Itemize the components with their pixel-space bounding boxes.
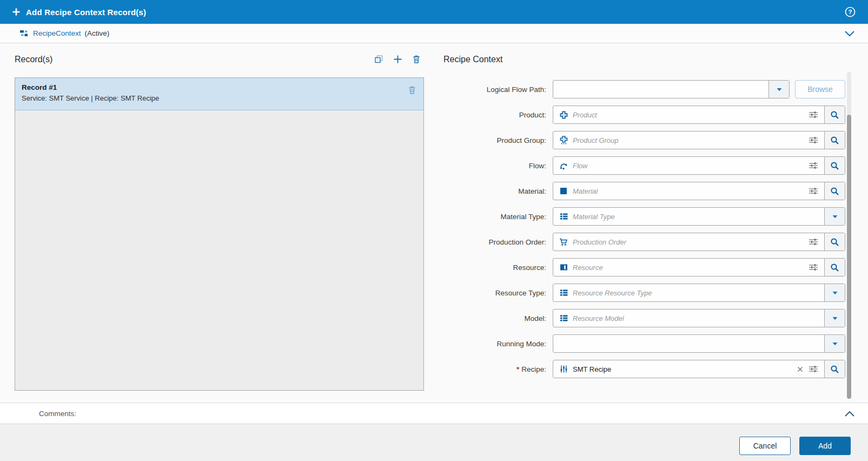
form-row-product: Product:	[443, 106, 845, 124]
flow-search-button[interactable]	[824, 157, 845, 174]
entity-icon	[19, 29, 29, 37]
search-icon	[830, 365, 839, 374]
flow-input[interactable]	[573, 162, 804, 170]
field-label: Product Group:	[443, 136, 546, 144]
dialog-header: Add Recipe Context Record(s) ?	[0, 0, 868, 24]
resource-type-dropdown-button[interactable]	[824, 284, 845, 301]
recipe-search-button[interactable]	[824, 360, 845, 378]
entity-name[interactable]: RecipeContext	[33, 29, 81, 37]
dialog-footer: Cancel Add	[0, 425, 868, 461]
form-row-model: Model:	[443, 309, 845, 327]
filter-icon[interactable]	[809, 161, 818, 170]
copy-record-button[interactable]	[373, 54, 384, 64]
product-search-button[interactable]	[824, 106, 845, 123]
record-list: Record #1 Service: SMT Service | Recipe:…	[15, 77, 424, 391]
form-row-product-group: Product Group:	[443, 131, 845, 149]
product-icon	[559, 110, 568, 119]
entity-bar: RecipeContext (Active)	[0, 24, 868, 43]
search-icon	[830, 136, 839, 145]
dropdown-arrow-icon	[832, 317, 838, 320]
resource-search-button[interactable]	[824, 259, 845, 276]
field-label: Flow:	[443, 162, 546, 170]
records-panel-title: Record(s)	[15, 55, 52, 64]
material-type-field	[553, 207, 845, 226]
comments-label: Comments:	[39, 410, 76, 418]
field-label: Product:	[443, 111, 546, 119]
model-dropdown-button[interactable]	[824, 309, 845, 327]
help-icon[interactable]: ?	[844, 6, 856, 18]
field-label: Model:	[443, 314, 546, 322]
field-label: Resource Type:	[443, 289, 546, 297]
recipe-context-form: Logical Flow Path: Browse Product:	[443, 80, 845, 385]
material-type-input[interactable]	[573, 213, 818, 221]
production-order-input[interactable]	[573, 238, 804, 246]
search-icon	[830, 161, 839, 170]
product-group-input[interactable]	[573, 136, 804, 144]
logical-flow-path-input[interactable]	[559, 85, 763, 94]
flow-field	[553, 156, 845, 175]
field-label: Production Order:	[443, 238, 546, 246]
trash-icon	[408, 85, 416, 95]
record-title: Record #1	[22, 83, 417, 91]
copy-icon	[374, 55, 383, 64]
dropdown-arrow-icon	[832, 215, 838, 219]
records-actions	[373, 54, 422, 64]
trash-icon	[412, 55, 421, 64]
filter-icon[interactable]	[809, 110, 818, 119]
filter-icon[interactable]	[809, 187, 818, 195]
chevron-down-icon[interactable]	[844, 30, 855, 37]
resource-type-input[interactable]	[573, 289, 818, 297]
recipe-field	[553, 360, 845, 378]
filter-icon[interactable]	[809, 238, 818, 246]
entity-status: (Active)	[85, 29, 110, 37]
delete-records-button[interactable]	[411, 54, 422, 64]
form-title: Recipe Context	[443, 55, 502, 64]
record-list-item[interactable]: Record #1 Service: SMT Service | Recipe:…	[15, 78, 423, 110]
field-label: *Recipe:	[443, 365, 546, 373]
form-row-recipe: *Recipe:	[443, 360, 845, 378]
field-label: Material Type:	[443, 213, 546, 221]
material-input[interactable]	[573, 187, 804, 195]
delete-record-button[interactable]	[408, 85, 416, 95]
material-search-button[interactable]	[824, 182, 845, 200]
add-record-button[interactable]	[392, 54, 403, 64]
material-type-dropdown-button[interactable]	[824, 208, 845, 225]
dropdown-arrow-icon	[832, 342, 838, 346]
add-button[interactable]: Add	[799, 437, 851, 455]
form-scrollbar-track[interactable]	[847, 72, 851, 399]
resource-input[interactable]	[573, 264, 804, 272]
filter-icon[interactable]	[809, 136, 818, 144]
form-row-flow: Flow:	[443, 156, 845, 175]
list-type-icon	[559, 288, 568, 297]
filter-icon[interactable]	[809, 263, 818, 272]
search-icon	[830, 187, 839, 196]
product-group-search-button[interactable]	[824, 131, 845, 149]
comments-bar[interactable]: Comments:	[0, 403, 868, 424]
dropdown-arrow-icon	[832, 291, 838, 295]
model-input[interactable]	[573, 314, 818, 322]
form-row-resource: Resource:	[443, 258, 845, 276]
svg-text:?: ?	[848, 9, 852, 15]
running-mode-input[interactable]	[559, 340, 818, 348]
cart-icon	[559, 238, 568, 246]
cancel-button[interactable]: Cancel	[739, 437, 791, 455]
clear-x-icon[interactable]	[796, 366, 804, 372]
field-label: Resource:	[443, 264, 546, 272]
browse-button[interactable]: Browse	[795, 80, 845, 98]
search-icon	[830, 238, 839, 247]
production-order-search-button[interactable]	[824, 233, 845, 251]
material-field	[553, 182, 845, 200]
logical-flow-path-dropdown-button[interactable]	[768, 81, 789, 98]
list-type-icon	[559, 314, 568, 322]
form-row-production-order: Production Order:	[443, 233, 845, 251]
product-group-icon	[559, 136, 568, 144]
logical-flow-path-field	[553, 80, 790, 98]
recipe-input[interactable]	[573, 365, 791, 373]
form-scrollbar-thumb[interactable]	[847, 115, 851, 399]
running-mode-field	[553, 334, 845, 353]
resource-field	[553, 258, 845, 276]
filter-icon[interactable]	[809, 365, 818, 373]
chevron-up-icon[interactable]	[844, 410, 855, 417]
product-input[interactable]	[573, 111, 804, 119]
running-mode-dropdown-button[interactable]	[824, 335, 845, 352]
